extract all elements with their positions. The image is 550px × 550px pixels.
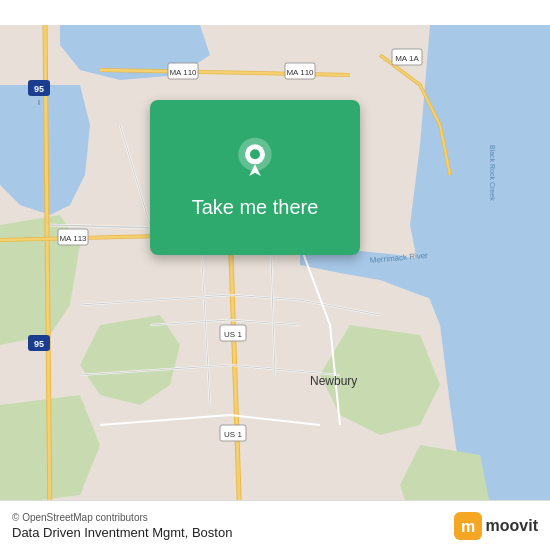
svg-text:I: I — [38, 99, 40, 106]
svg-point-23 — [250, 149, 260, 159]
moovit-logo: m moovit — [454, 512, 538, 540]
svg-text:US 1: US 1 — [224, 330, 242, 339]
location-text: Data Driven Inventment Mgmt, Boston — [12, 525, 232, 540]
svg-text:Newbury: Newbury — [310, 374, 357, 388]
svg-text:MA 110: MA 110 — [169, 68, 197, 77]
svg-text:MA 1A: MA 1A — [395, 54, 419, 63]
copyright-text: © OpenStreetMap contributors — [12, 512, 232, 523]
svg-text:MA 113: MA 113 — [59, 234, 87, 243]
moovit-label: moovit — [486, 517, 538, 535]
svg-text:95: 95 — [34, 84, 44, 94]
map-svg: 95 I 95 MA 110 MA 110 MA 113 US 1 US 1 M… — [0, 0, 550, 550]
map-container: 95 I 95 MA 110 MA 110 MA 113 US 1 US 1 M… — [0, 0, 550, 550]
svg-text:95: 95 — [34, 339, 44, 349]
svg-text:Black Rock Creek: Black Rock Creek — [489, 145, 496, 201]
svg-text:MA 110: MA 110 — [286, 68, 314, 77]
take-me-there-label: Take me there — [192, 196, 319, 219]
location-pin-icon — [230, 136, 280, 186]
moovit-icon: m — [454, 512, 482, 540]
bottom-bar: © OpenStreetMap contributors Data Driven… — [0, 500, 550, 550]
svg-text:m: m — [460, 518, 474, 535]
take-me-there-card[interactable]: Take me there — [150, 100, 360, 255]
bottom-left-info: © OpenStreetMap contributors Data Driven… — [12, 512, 232, 540]
svg-text:US 1: US 1 — [224, 430, 242, 439]
